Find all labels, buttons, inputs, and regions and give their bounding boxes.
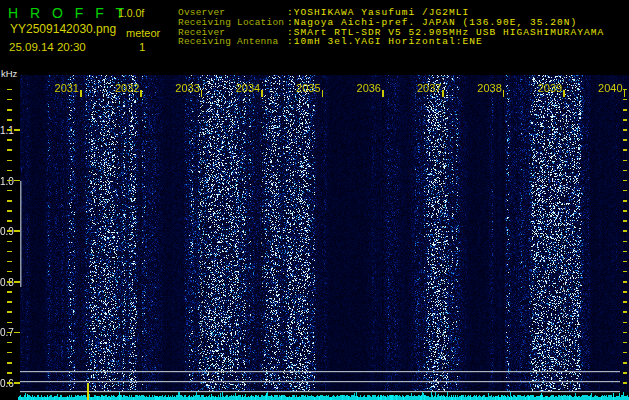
y-axis-major-tick (14, 230, 20, 232)
y-axis-minor-tick-right (623, 281, 628, 283)
y-axis-minor-tick-right (623, 382, 628, 384)
y-axis-minor-tick (7, 342, 12, 344)
header-row-antenna: Receiving Antenna :10mH 3el.YAGI Horizon… (178, 37, 626, 47)
x-axis-minute-tick (140, 90, 142, 97)
y-axis-minor-tick-right (623, 352, 628, 354)
y-axis-minor-tick (7, 170, 12, 172)
y-axis-minor-tick-right (623, 311, 628, 313)
y-axis-minor-tick (7, 241, 12, 243)
y-axis-minor-tick (7, 220, 12, 222)
y-axis-minor-tick (7, 160, 12, 162)
y-axis-minor-tick (7, 230, 12, 232)
y-axis-minor-tick-right (623, 210, 628, 212)
hrofft-window: H R O F F T 1.0.0f YY2509142030.png mete… (0, 0, 629, 400)
x-axis-minute-tick (442, 90, 444, 97)
y-axis-unit-label: kHz (1, 68, 17, 79)
y-axis-minor-tick (7, 119, 12, 121)
x-axis-minute-tick (261, 90, 263, 97)
x-axis-minute-tick (503, 90, 505, 97)
y-axis-minor-tick-right (623, 251, 628, 253)
y-axis-minor-tick (7, 382, 12, 384)
y-axis-minor-tick-right (623, 139, 628, 141)
y-axis-minor-tick (7, 271, 12, 273)
y-axis-minor-tick (7, 332, 12, 334)
y-axis-minor-tick (7, 129, 12, 131)
antenna-label: Receiving Antenna (178, 37, 287, 47)
station-header: Ovserver :YOSHIKAWA Yasufumi /JG2MLI Rec… (178, 8, 626, 47)
y-axis-minor-tick-right (623, 119, 628, 121)
y-axis-minor-tick (7, 291, 12, 293)
y-axis-minor-tick-right (623, 220, 628, 222)
y-axis-minor-tick (7, 311, 12, 313)
y-axis-minor-tick-right (623, 271, 628, 273)
y-axis-minor-tick-right (623, 332, 628, 334)
x-axis-time-label: 2031 (49, 82, 79, 94)
y-axis-minor-tick-right (623, 291, 628, 293)
y-axis-minor-tick-right (623, 322, 628, 324)
y-axis-major-tick (14, 281, 20, 283)
y-axis-minor-tick-right (623, 129, 628, 131)
x-axis-minute-tick (80, 90, 82, 97)
y-axis-minor-tick-right (623, 372, 628, 374)
y-axis-minor-tick-right (623, 301, 628, 303)
y-axis-minor-tick (7, 301, 12, 303)
y-axis-minor-tick-right (623, 200, 628, 202)
y-axis-minor-tick (7, 322, 12, 324)
y-axis-major-tick (14, 180, 20, 182)
x-axis-minute-tick (382, 90, 384, 97)
y-axis-minor-tick-right (623, 342, 628, 344)
y-axis-minor-tick (7, 281, 12, 283)
x-axis-time-label: 2040 (593, 82, 623, 94)
y-axis-minor-tick-right (623, 190, 628, 192)
y-axis-minor-tick (7, 372, 12, 374)
y-axis-minor-tick-right (623, 362, 628, 364)
frame-datetime: 25.09.14 20:30 (9, 41, 86, 53)
y-axis-minor-tick (7, 190, 12, 192)
x-axis-minute-tick (201, 90, 203, 97)
y-axis-minor-tick-right (623, 99, 628, 101)
x-axis-time-label: 2036 (351, 82, 381, 94)
y-axis-minor-tick-right (623, 241, 628, 243)
image-count: 1 (139, 41, 145, 53)
y-axis-minor-tick-right (623, 109, 628, 111)
x-axis-minute-tick (624, 90, 626, 97)
y-axis-minor-tick-right (623, 180, 628, 182)
y-axis-minor-tick (7, 89, 12, 91)
y-axis-major-tick (14, 332, 20, 334)
y-axis-minor-tick (7, 251, 12, 253)
x-axis-time-label: 2034 (230, 82, 260, 94)
mode-label: meteor (126, 27, 160, 39)
x-axis-time-label: 2039 (532, 82, 562, 94)
x-axis-time-label: 2032 (109, 82, 139, 94)
y-axis-minor-tick (7, 352, 12, 354)
y-axis-minor-tick-right (623, 149, 628, 151)
y-axis-minor-tick (7, 109, 12, 111)
x-axis-time-label: 2033 (170, 82, 200, 94)
y-axis-minor-tick (7, 139, 12, 141)
x-axis-time-label: 2038 (472, 82, 502, 94)
app-version: 1.0.0f (118, 7, 144, 19)
y-axis-minor-tick (7, 200, 12, 202)
y-axis-minor-tick-right (623, 230, 628, 232)
spectrogram-canvas (18, 75, 629, 400)
antenna-value: :10mH 3el.YAGI Horizontal:ENE (287, 37, 483, 47)
y-axis-minor-tick (7, 180, 12, 182)
y-axis-major-tick (14, 129, 20, 131)
y-axis-minor-tick (7, 362, 12, 364)
x-axis-minute-tick (563, 90, 565, 97)
y-axis-minor-tick-right (623, 170, 628, 172)
x-axis-minute-tick (322, 90, 324, 97)
x-axis-time-label: 2035 (291, 82, 321, 94)
y-axis-minor-tick-right (623, 160, 628, 162)
y-axis-minor-tick (7, 210, 12, 212)
output-filename: YY2509142030.png (10, 22, 116, 36)
y-axis-major-tick (14, 382, 20, 384)
app-title: H R O F F T (8, 5, 128, 21)
y-axis-minor-tick (7, 149, 12, 151)
x-axis-time-label: 2037 (411, 82, 441, 94)
y-axis-minor-tick (7, 99, 12, 101)
y-axis-minor-tick-right (623, 261, 628, 263)
y-axis-minor-tick (7, 261, 12, 263)
